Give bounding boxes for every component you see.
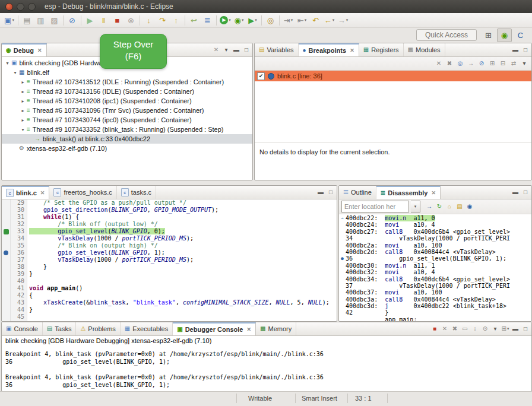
show-breakpoints-supported-button[interactable]: ◎ (455, 58, 465, 69)
disassembly-line[interactable]: 34 vTaskDelay(1000 / portTICK_PERI (339, 235, 531, 242)
debug-tree-item[interactable]: ▸≡Thread #5 1073410208 (ipc1) (Suspended… (2, 96, 252, 106)
expander-icon[interactable]: ▾ (12, 70, 18, 75)
search-button[interactable]: ◎ (264, 14, 277, 27)
step-return-button[interactable]: ↑ (169, 14, 183, 27)
tab-blink-c[interactable]: cblink.c✕ (2, 186, 49, 199)
tab-freertos-hooks-c[interactable]: cfreertos_hooks.c (49, 186, 116, 199)
debug-tree-item[interactable]: ▸≡Thread #6 1073431096 (Tmr Svc) (Suspen… (2, 106, 252, 115)
new-button[interactable]: ▣▾ (2, 14, 16, 27)
disassembly-line[interactable]: →400dbc22: movi.n a11, 0 (339, 215, 531, 221)
pin-console-button[interactable]: ⊙ (480, 323, 490, 334)
code-area[interactable]: /* Set the GPIO as a push/pull output */… (27, 199, 337, 321)
expand-all-button[interactable]: ⊞ (487, 58, 497, 69)
expander-icon[interactable]: ▸ (20, 118, 26, 123)
code-line[interactable]: vTaskDelay(1000 / portTICK_PERIOD_MS); (29, 256, 337, 264)
save-button[interactable]: ▤ (20, 14, 34, 27)
tab-tasks-c[interactable]: ctasks.c (117, 186, 156, 199)
minimize-button[interactable]: ▬ (316, 187, 325, 198)
tab-tasks[interactable]: ▤Tasks (43, 322, 77, 335)
remove-all-launches-button[interactable]: ✖ (450, 323, 460, 334)
suspend-button[interactable]: ‖ (97, 14, 110, 27)
expander-icon[interactable]: ▸ (20, 108, 26, 113)
drop-to-frame-button[interactable]: ↩ (187, 14, 201, 27)
code-line[interactable]: gpio_set_direction(BLINK_GPIO, GPIO_MODE… (29, 207, 337, 214)
minimize-button[interactable]: ▬ (511, 45, 520, 55)
remove-all-breakpoints-button[interactable]: ✖ (445, 58, 454, 69)
disassembly-line[interactable]: 400dbc24: movi a10, 4 (339, 221, 531, 228)
tab-disassembly[interactable]: ≣Disassembly✕ (376, 186, 441, 199)
window-close-button[interactable] (5, 3, 13, 11)
code-line[interactable] (29, 278, 337, 285)
debug-tree-item[interactable]: ▸≡Thread #7 1073430744 (ipc0) (Suspended… (2, 115, 252, 125)
c-perspective-button[interactable]: C (514, 29, 527, 42)
debug-tree-item[interactable]: ⚙xtensa-esp32-elf-gdb (7.10) (2, 144, 252, 153)
editor[interactable]: 2930313233343536373839404142434445 /* Se… (2, 199, 337, 321)
disassembly-line[interactable]: 400dbc27: call8 0x400dc6b4 <gpio_set_lev… (339, 229, 531, 235)
link-with-debug-button[interactable]: ⇄ (509, 58, 518, 69)
expander-icon[interactable]: ▸ (20, 99, 26, 104)
disassembly-line[interactable]: 400dbc34: call8 0x400dc6b4 <gpio_set_lev… (339, 276, 531, 283)
save-all-button[interactable]: ▥ (34, 14, 48, 27)
back-button[interactable]: ←▾ (322, 14, 336, 27)
forward-button[interactable]: →▾ (336, 14, 350, 27)
disconnect-button[interactable]: ⊗ (124, 14, 138, 27)
maximize-button[interactable]: □ (326, 187, 335, 198)
step-over-button[interactable]: ↷ (156, 14, 169, 27)
location-input[interactable] (341, 201, 409, 212)
line-number-ruler[interactable]: 2930313233343536373839404142434445 (11, 199, 27, 321)
track-expression-button[interactable]: ◉ (465, 201, 474, 212)
skip-all-breakpoints-button[interactable]: ⊘ (477, 58, 486, 69)
window-minimize-button[interactable] (17, 3, 24, 11)
home-button[interactable]: ⌂ (445, 201, 454, 212)
tab-executables[interactable]: ▦Executables (121, 322, 173, 335)
expander-icon[interactable]: ▸ (20, 89, 26, 94)
open-console-button[interactable]: ⊞▾ (501, 323, 510, 334)
tab-debugger-console[interactable]: ▣Debugger Console✕ (173, 322, 256, 335)
maximize-button[interactable]: □ (521, 45, 530, 55)
scroll-lock-button[interactable]: ↕ (470, 323, 480, 334)
code-line[interactable]: /* Blink off (output low) */ (29, 221, 337, 228)
quick-access-button[interactable]: Quick Access (416, 29, 477, 41)
next-annotation-button[interactable]: ⇥▾ (281, 14, 295, 27)
debug-tree-item[interactable]: →blink_task() at blink.c:33 0x400dbc22 (2, 134, 252, 144)
expander-icon[interactable]: ▾ (4, 61, 11, 66)
close-icon[interactable]: ✕ (40, 190, 45, 196)
external-tools-button[interactable]: ▶▾ (246, 14, 259, 27)
show-source-button[interactable]: ▤ (455, 201, 464, 212)
code-line[interactable]: } (29, 264, 337, 271)
resume-button[interactable]: ▶ (83, 14, 97, 27)
minimize-button[interactable]: ▬ (511, 187, 520, 198)
window-maximize-button[interactable] (28, 3, 36, 11)
close-icon[interactable]: ✕ (431, 190, 436, 196)
minimize-button[interactable]: ▬ (511, 323, 520, 334)
open-perspective-button[interactable]: ⊞ (482, 29, 495, 42)
terminate-button[interactable]: ■ (430, 323, 439, 334)
close-icon[interactable]: ✕ (37, 47, 42, 53)
terminate-button[interactable]: ■ (110, 14, 124, 27)
titlebar[interactable]: esp - Debug - blink/main/blink.c - Eclip… (0, 0, 532, 13)
debug-perspective-button[interactable]: ◉ (497, 28, 512, 42)
code-line[interactable]: vTaskDelay(1000 / portTICK_PERIOD_MS); (29, 235, 337, 242)
breakpoint-checkbox[interactable]: ✔ (257, 72, 265, 80)
disassembly-line[interactable]: 400dbc30: movi.n a11, 1 (339, 262, 531, 269)
tab-registers[interactable]: ▦Registers (359, 43, 404, 56)
clear-console-button[interactable]: ▭ (460, 323, 470, 334)
code-line[interactable]: /* Blink on (output high) */ (29, 242, 337, 249)
tab-memory[interactable]: ▩Memory (256, 322, 296, 335)
disassembly-line[interactable]: 400dbc32: movi a10, 4 (339, 269, 531, 275)
disassembly-line[interactable]: 400dbc3d: j 0x400dbc22 <blink_task+18> (339, 303, 531, 309)
close-icon[interactable]: ✕ (246, 326, 251, 332)
annotation-ruler[interactable] (2, 199, 11, 321)
instruction-stepping-button[interactable]: ≣ (201, 14, 214, 27)
debug-tree-item[interactable]: ▾▦blink.elf (2, 68, 252, 77)
view-menu-button[interactable]: ▾ (221, 45, 231, 55)
view-menu-button[interactable]: ▾ (520, 58, 529, 69)
debug-tree-item[interactable]: ▾≡Thread #9 1073433352 (blink_task : Run… (2, 125, 252, 134)
remove-launch-button[interactable]: ✕ (440, 323, 449, 334)
location-dropdown-button[interactable]: ▾ (411, 201, 420, 212)
remove-all-terminated-button[interactable]: ✕ (211, 45, 221, 55)
disassembly-content[interactable]: →400dbc22: movi.n a11, 0 400dbc24: movi … (339, 214, 531, 321)
disassembly-line[interactable]: 42 } (339, 309, 531, 316)
remove-selected-breakpoints-button[interactable]: ✕ (434, 58, 444, 69)
tab-outline[interactable]: ☰Outline (339, 186, 376, 199)
